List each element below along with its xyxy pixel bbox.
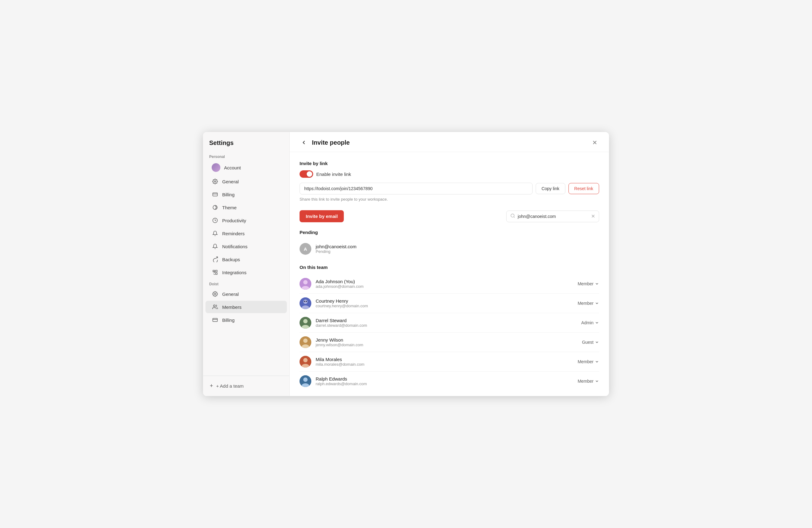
back-button[interactable]	[300, 138, 308, 147]
member-role-ralph[interactable]: Member	[578, 379, 599, 383]
close-button[interactable]	[591, 138, 599, 147]
member-email-ada: ada.johnson@domain.com	[316, 284, 574, 289]
productivity-icon	[212, 217, 218, 224]
sidebar-item-members[interactable]: Members	[205, 301, 287, 313]
member-email-jenny: jenny.wilson@domain.com	[316, 343, 578, 347]
add-team-label: + Add a team	[216, 383, 244, 389]
main-panel: Invite people Invite by link Enable invi…	[290, 132, 609, 396]
sidebar-item-account-label: Account	[224, 165, 241, 170]
member-role-ada[interactable]: Member	[578, 281, 599, 286]
avatar-ralph	[300, 375, 311, 387]
pending-member-row: A john@canoeist.com Pending	[300, 239, 599, 258]
sidebar-item-general-personal-label: General	[222, 179, 238, 184]
member-row-jenny: Jenny Wilson jenny.wilson@domain.com Gue…	[300, 333, 599, 352]
main-header: Invite people	[290, 132, 609, 152]
svg-point-26	[303, 319, 308, 323]
avatar-ada	[300, 278, 311, 290]
sidebar-item-backups-label: Backups	[222, 257, 240, 262]
member-role-jenny[interactable]: Guest	[582, 340, 599, 345]
svg-point-32	[303, 358, 308, 362]
link-row: Copy link Reset link	[300, 183, 599, 194]
member-info-ada: Ada Johnson (You) ada.johnson@domain.com	[316, 279, 574, 289]
svg-point-23	[304, 301, 305, 302]
account-avatar	[212, 163, 220, 172]
avatar-darrel	[300, 317, 311, 329]
email-search-box: ✕	[506, 211, 599, 222]
reminders-icon	[212, 230, 218, 237]
svg-point-0	[215, 181, 216, 182]
member-name-jenny: Jenny Wilson	[316, 337, 578, 343]
reset-link-button[interactable]: Reset link	[568, 183, 599, 194]
add-team-icon: +	[210, 383, 213, 389]
sidebar-item-account[interactable]: Account	[205, 161, 287, 175]
invite-link-input[interactable]	[300, 183, 533, 194]
svg-point-24	[306, 301, 307, 302]
sidebar-item-billing-personal[interactable]: Billing	[205, 188, 287, 201]
sidebar-item-billing-doist-label: Billing	[222, 317, 235, 323]
sidebar-item-general-doist[interactable]: General	[205, 288, 287, 300]
billing-icon	[212, 191, 218, 198]
backups-icon	[212, 256, 218, 263]
link-hint: Share this link to invite people to your…	[300, 197, 599, 201]
member-row-ada: Ada Johnson (You) ada.johnson@domain.com…	[300, 274, 599, 294]
copy-link-button[interactable]: Copy link	[536, 183, 565, 194]
member-row-darrel: Darrel Steward darrel.steward@domain.com…	[300, 313, 599, 333]
member-info-mila: Mila Morales mila.morales@domain.com	[316, 357, 574, 367]
member-email-ralph: ralph.edwards@domain.com	[316, 381, 574, 386]
content-area: Invite by link Enable invite link Copy l…	[290, 152, 609, 396]
pending-title: Pending	[300, 230, 599, 235]
member-role-courtney[interactable]: Member	[578, 301, 599, 306]
svg-point-35	[303, 377, 308, 382]
member-row-mila: Mila Morales mila.morales@domain.com Mem…	[300, 352, 599, 372]
sidebar-item-theme-label: Theme	[222, 205, 237, 210]
member-name-ralph: Ralph Edwards	[316, 376, 574, 381]
on-team-section: On this team Ada Johnson (You) ada.johns…	[300, 265, 599, 391]
sidebar-item-theme[interactable]: Theme	[205, 201, 287, 214]
invite-email-row: Invite by email ✕	[300, 210, 599, 222]
notifications-icon	[212, 243, 218, 250]
member-role-mila[interactable]: Member	[578, 359, 599, 364]
svg-point-29	[303, 338, 308, 343]
sidebar-item-general-personal[interactable]: General	[205, 175, 287, 187]
theme-icon	[212, 204, 218, 211]
sidebar: Settings Personal Account General Billin…	[203, 132, 290, 396]
svg-rect-8	[216, 273, 217, 274]
toggle-row: Enable invite link	[300, 170, 599, 178]
svg-point-15	[511, 214, 514, 217]
member-name-mila: Mila Morales	[316, 357, 574, 362]
svg-point-10	[214, 305, 215, 307]
member-role-darrel[interactable]: Admin	[581, 320, 599, 325]
member-name-courtney: Courtney Henry	[316, 298, 574, 304]
svg-point-21	[303, 300, 308, 304]
member-email-courtney: courtney.henry@domain.com	[316, 304, 574, 308]
sidebar-item-notifications-label: Notifications	[222, 244, 248, 249]
sidebar-item-billing-doist[interactable]: Billing	[205, 314, 287, 326]
member-info-courtney: Courtney Henry courtney.henry@domain.com	[316, 298, 574, 308]
sidebar-item-reminders-label: Reminders	[222, 231, 245, 236]
member-email-mila: mila.morales@domain.com	[316, 362, 574, 367]
sidebar-item-integrations[interactable]: Integrations	[205, 266, 287, 278]
invite-link-toggle[interactable]	[300, 170, 313, 178]
email-search-input[interactable]	[518, 214, 589, 219]
member-info-jenny: Jenny Wilson jenny.wilson@domain.com	[316, 337, 578, 347]
sidebar-item-members-label: Members	[222, 304, 242, 310]
sidebar-item-productivity[interactable]: Productivity	[205, 214, 287, 227]
page-title: Invite people	[312, 139, 350, 146]
billing-doist-icon	[212, 317, 218, 323]
toggle-label: Enable invite link	[316, 171, 351, 177]
member-name-ada: Ada Johnson (You)	[316, 279, 574, 284]
sidebar-item-notifications[interactable]: Notifications	[205, 240, 287, 253]
clear-search-button[interactable]: ✕	[591, 213, 595, 219]
invite-email-button[interactable]: Invite by email	[300, 210, 344, 222]
on-team-title: On this team	[300, 265, 599, 270]
invite-link-title: Invite by link	[300, 161, 599, 166]
personal-section-label: Personal	[203, 151, 289, 160]
sidebar-item-backups[interactable]: Backups	[205, 253, 287, 266]
svg-point-9	[215, 293, 216, 295]
sidebar-bottom: + + Add a team	[203, 376, 289, 396]
add-team-button[interactable]: + + Add a team	[205, 380, 287, 392]
pending-section: Pending A john@canoeist.com Pending	[300, 230, 599, 258]
member-info-darrel: Darrel Steward darrel.steward@domain.com	[316, 318, 577, 328]
search-icon	[510, 213, 515, 220]
sidebar-item-reminders[interactable]: Reminders	[205, 227, 287, 240]
